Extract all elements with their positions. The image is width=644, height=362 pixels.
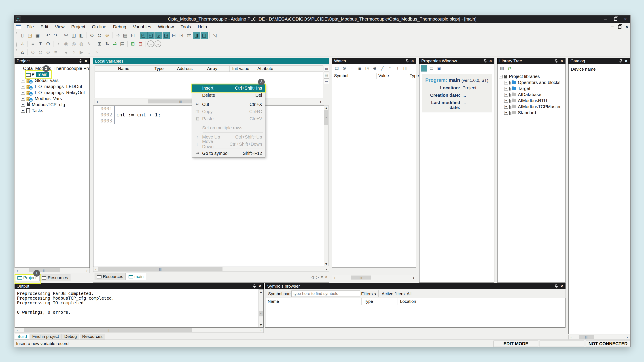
toggle-library-tree-icon[interactable]: ◲: [155, 32, 162, 39]
output-tab-debug[interactable]: Debug: [62, 334, 80, 340]
column-header-initvalue[interactable]: Init value: [230, 66, 252, 71]
find-references-icon[interactable]: ∞: [324, 78, 329, 84]
save-watch-list-icon[interactable]: ▣: [356, 65, 363, 71]
scroll-left-icon[interactable]: ‹: [15, 269, 20, 272]
expand-icon[interactable]: +: [21, 103, 25, 107]
catalog-hscrollbar[interactable]: ‹ ||| ›: [568, 335, 630, 340]
cold-restart-icon[interactable]: ◉: [62, 40, 70, 47]
toggle-output-window-icon[interactable]: ⊟: [170, 32, 177, 39]
find-icon[interactable]: ⊙: [88, 32, 96, 39]
toggle-watch-window-icon[interactable]: ◳: [162, 32, 170, 39]
close-button[interactable]: ×: [620, 15, 630, 23]
pin-icon[interactable]: [78, 58, 83, 64]
run-icon[interactable]: ▶: [78, 49, 85, 56]
close-view-icon[interactable]: ×: [325, 275, 327, 280]
copy-icon[interactable]: ◫: [70, 32, 77, 39]
scroll-down-icon[interactable]: ▾: [324, 262, 329, 266]
refresh-libraries-icon[interactable]: ⇄: [111, 40, 118, 47]
menu-file[interactable]: File: [23, 23, 37, 31]
toggle-symbols-browser-icon[interactable]: ◫: [200, 32, 208, 39]
expand-icon[interactable]: +: [21, 91, 25, 94]
scroll-up-icon[interactable]: ▴: [324, 106, 329, 110]
redo-icon[interactable]: ↷: [52, 32, 59, 39]
close-icon[interactable]: ×: [559, 284, 564, 289]
project-tab-resources[interactable]: Resources: [39, 274, 70, 281]
column-header-blank[interactable]: [279, 66, 323, 71]
remove-all-breakpoints-icon[interactable]: ⊘: [44, 49, 52, 56]
mouse-mode-icon[interactable]: ʘ: [44, 40, 52, 47]
scroll-up-icon[interactable]: ▴: [258, 290, 264, 294]
toggle-swap-icon[interactable]: ⇄: [185, 32, 192, 39]
scroll-right-icon[interactable]: ›: [318, 100, 323, 103]
expand-icon[interactable]: +: [504, 105, 508, 109]
save-project-icon[interactable]: ▣: [34, 32, 41, 39]
new-project-icon[interactable]: ▯: [19, 32, 26, 39]
close-icon[interactable]: ×: [83, 58, 88, 64]
pin-icon[interactable]: [554, 284, 559, 289]
editor-hscrollbar[interactable]: ‹ ||| ›: [93, 267, 329, 272]
load-watch-list-icon[interactable]: ◳: [364, 65, 370, 71]
child-minimize-button[interactable]: [611, 26, 614, 27]
move-up-icon[interactable]: ↑: [386, 65, 393, 71]
debug-step-icon[interactable]: ⊚: [37, 49, 44, 56]
warm-restart-icon[interactable]: ◎: [70, 40, 77, 47]
expand-icon[interactable]: +: [504, 87, 508, 90]
find-in-project-icon[interactable]: ⊛: [104, 32, 111, 39]
symbols-column-name[interactable]: Name: [266, 298, 362, 305]
fast-connection-icon[interactable]: ϟ: [86, 40, 92, 47]
scroll-right-icon[interactable]: ›: [625, 336, 630, 339]
scroll-left-icon[interactable]: ‹: [15, 329, 20, 332]
form-view-icon[interactable]: ▤: [324, 72, 329, 78]
pin-icon[interactable]: [252, 284, 257, 289]
scroll-thumb[interactable]: |||: [98, 267, 222, 271]
scroll-left-icon[interactable]: ‹: [94, 268, 98, 271]
library-item-aidatabase[interactable]: +AIDatabase: [499, 92, 560, 98]
output-tab-resources[interactable]: Resources: [80, 334, 105, 340]
tree-item-main[interactable]: Pmain: [16, 71, 90, 77]
project-tree-root[interactable]: Opta_Modbus_Thermocouple Project: [16, 65, 90, 71]
collapse-icon[interactable]: −: [499, 75, 503, 78]
library-item-aimodbusrtu[interactable]: +AIModbusRTU: [499, 98, 560, 104]
view-list-icon[interactable]: ▾: [321, 275, 323, 280]
column-header-blank[interactable]: [95, 66, 104, 71]
tree-item-tasks[interactable]: +Tasks: [16, 108, 90, 114]
expand-icon[interactable]: +: [21, 109, 25, 113]
menu-help[interactable]: Help: [194, 23, 210, 31]
symbols-column-type[interactable]: Type: [362, 298, 398, 305]
categorize-icon[interactable]: +: [420, 65, 427, 71]
tree-item-modbus_vars[interactable]: +▦GModbus_Vars: [16, 96, 90, 102]
delete-record-icon[interactable]: ⊟: [137, 40, 144, 47]
print-icon[interactable]: ▤: [122, 32, 129, 39]
project-hscrollbar[interactable]: ‹ ||| ›: [14, 268, 90, 273]
form-view-icon[interactable]: ▤: [119, 40, 126, 47]
expand-icon[interactable]: +: [504, 111, 508, 115]
print-icon[interactable]: ▤: [428, 65, 435, 71]
column-header-address[interactable]: Address: [175, 66, 195, 71]
context-menu-insert[interactable]: InsertCtrl+Shift+Ins: [192, 84, 265, 92]
insert-item-icon[interactable]: +: [348, 65, 355, 71]
tree-item-i_o_mappings_relayout[interactable]: +▦GI_O_mappings_RelayOut: [16, 90, 90, 96]
column-header-attribute[interactable]: Attribute: [252, 66, 279, 71]
scroll-thumb[interactable]: |||: [579, 335, 594, 339]
next-view-icon[interactable]: ▷: [316, 275, 319, 280]
breakpoint-outline-icon[interactable]: ○: [70, 49, 77, 56]
navigate-forward-icon[interactable]: →: [154, 40, 161, 47]
close-icon[interactable]: ×: [257, 284, 262, 289]
editor-tab-main[interactable]: main: [126, 273, 146, 280]
print-preview-icon[interactable]: ⊡: [129, 32, 136, 39]
close-icon[interactable]: ×: [410, 58, 415, 64]
tree-item-i_o_mappings_ledout[interactable]: +▦GI_O_mappings_LEDOut: [16, 84, 90, 90]
menu-view[interactable]: View: [52, 23, 68, 31]
live-debug-mode-icon[interactable]: ⊙: [29, 49, 36, 56]
hot-restart-icon[interactable]: ◍: [78, 40, 85, 47]
fullscreen-icon[interactable]: ◹: [211, 32, 218, 39]
tree-item-global_vars[interactable]: +▦GGlobal_vars: [16, 77, 90, 84]
column-header-array[interactable]: Array: [195, 66, 230, 71]
expand-icon[interactable]: +: [21, 85, 25, 88]
library-item-target[interactable]: +Target: [499, 86, 560, 92]
menu-online[interactable]: On-line: [88, 23, 110, 31]
windows-icon[interactable]: ◫: [402, 65, 408, 71]
toggle-options-icon[interactable]: ⊡: [178, 32, 185, 39]
child-close-button[interactable]: ×: [626, 25, 628, 28]
close-icon[interactable]: ×: [559, 58, 564, 64]
